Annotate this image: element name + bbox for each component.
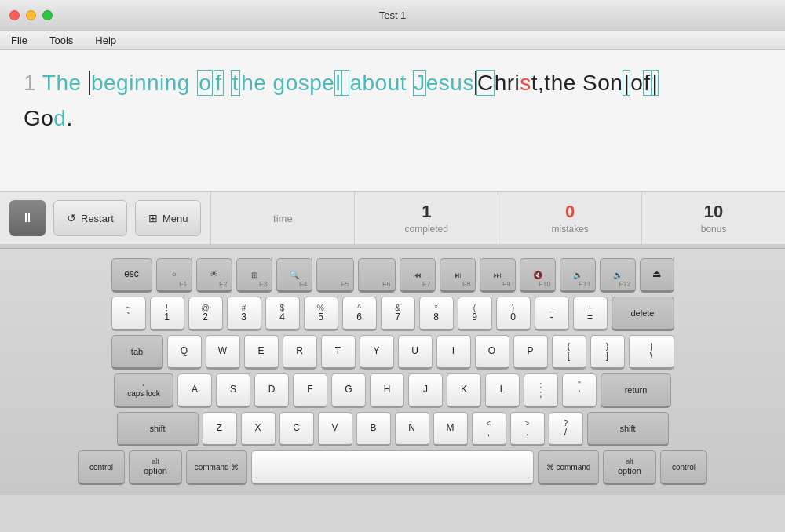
key-f5[interactable]: F5 <box>316 258 354 293</box>
key-f8[interactable]: ⏯ F8 <box>440 258 476 293</box>
key-option-right[interactable]: alt option <box>603 450 656 485</box>
key-6[interactable]: ^6 <box>342 297 377 331</box>
key-eject[interactable]: ⏏ <box>640 258 674 293</box>
key-f9[interactable]: ⏭ F9 <box>480 258 516 293</box>
shift-row: shift Z X C V B N M <, >. ?/ shift <box>8 412 777 446</box>
key-f2[interactable]: ☀ F2 <box>196 258 232 293</box>
key-q[interactable]: Q <box>167 335 202 370</box>
keyboard: esc ☼ F1 ☀ F2 ⊞ F3 🔍 F4 F5 F6 ⏮ F7 ⏯ F8 <box>0 248 785 495</box>
menu-tools[interactable]: Tools <box>45 35 78 46</box>
key-backslash[interactable]: |\ <box>629 335 674 370</box>
key-3[interactable]: #3 <box>227 297 261 331</box>
time-label: time <box>273 213 293 224</box>
key-rbracket[interactable]: }] <box>590 335 625 370</box>
key-4[interactable]: $4 <box>265 297 300 331</box>
key-u[interactable]: U <box>398 335 433 370</box>
key-f10[interactable]: 🔇 F10 <box>520 258 556 293</box>
key-0[interactable]: )0 <box>496 297 531 331</box>
key-f6[interactable]: F6 <box>358 258 396 293</box>
key-lbracket[interactable]: {[ <box>552 335 586 370</box>
window-title: Test 1 <box>379 9 407 21</box>
completed-label: completed <box>405 224 448 235</box>
char-1: 1 <box>24 71 36 95</box>
key-delete[interactable]: delete <box>612 297 674 331</box>
key-shift-left[interactable]: shift <box>117 412 199 446</box>
key-v[interactable]: V <box>318 412 352 446</box>
key-1[interactable]: !1 <box>150 297 184 331</box>
key-slash[interactable]: ?/ <box>549 412 583 446</box>
key-o[interactable]: O <box>475 335 509 370</box>
key-quote[interactable]: "' <box>562 373 597 408</box>
key-f3[interactable]: ⊞ F3 <box>236 258 272 293</box>
key-c[interactable]: C <box>279 412 314 446</box>
key-r[interactable]: R <box>283 335 317 370</box>
key-f12[interactable]: 🔊 F12 <box>600 258 636 293</box>
key-i[interactable]: I <box>436 335 471 370</box>
key-space[interactable] <box>251 450 534 485</box>
key-semicolon[interactable]: :; <box>524 373 558 408</box>
key-tab[interactable]: tab <box>111 335 163 370</box>
key-5[interactable]: %5 <box>304 297 338 331</box>
key-n[interactable]: N <box>395 412 429 446</box>
time-section: time <box>211 192 355 244</box>
key-k[interactable]: K <box>447 373 481 408</box>
maximize-button[interactable] <box>42 10 53 20</box>
stats-bar: ⏸ ↺ Restart ⊞ Menu time 1 completed 0 mi… <box>0 191 785 245</box>
key-capslock[interactable]: • caps lock <box>114 373 173 408</box>
key-period[interactable]: >. <box>510 412 545 446</box>
menu-help[interactable]: Help <box>90 35 121 46</box>
key-control-right[interactable]: control <box>660 450 707 485</box>
key-p[interactable]: P <box>513 335 548 370</box>
key-j[interactable]: J <box>408 373 443 408</box>
key-s[interactable]: S <box>216 373 250 408</box>
key-z[interactable]: Z <box>203 412 237 446</box>
key-2[interactable]: @2 <box>188 297 223 331</box>
key-a[interactable]: A <box>177 373 212 408</box>
bonus-value: 10 <box>704 202 723 222</box>
grid-icon: ⊞ <box>148 212 158 224</box>
close-button[interactable] <box>9 10 20 20</box>
key-comma[interactable]: <, <box>472 412 506 446</box>
key-7[interactable]: &7 <box>381 297 415 331</box>
key-return[interactable]: return <box>601 373 671 408</box>
key-l[interactable]: L <box>485 373 520 408</box>
caps-row: • caps lock A S D F G H J K L :; "' retu… <box>8 373 777 408</box>
key-m[interactable]: M <box>433 412 468 446</box>
key-option-left[interactable]: alt option <box>129 450 182 485</box>
key-f11[interactable]: 🔉 F11 <box>560 258 596 293</box>
pause-button[interactable]: ⏸ <box>9 200 46 236</box>
key-b[interactable]: B <box>356 412 391 446</box>
key-shift-right[interactable]: shift <box>587 412 669 446</box>
key-f4[interactable]: 🔍 F4 <box>276 258 312 293</box>
key-w[interactable]: W <box>206 335 240 370</box>
fn-row: esc ☼ F1 ☀ F2 ⊞ F3 🔍 F4 F5 F6 ⏮ F7 ⏯ F8 <box>8 258 777 293</box>
key-8[interactable]: *8 <box>419 297 454 331</box>
key-command-right[interactable]: ⌘ command <box>538 450 599 485</box>
key-f[interactable]: F <box>293 373 327 408</box>
key-d[interactable]: D <box>254 373 289 408</box>
completed-section: 1 completed <box>355 192 498 244</box>
bottom-row: control alt option command ⌘ ⌘ command a… <box>8 450 777 485</box>
menu-file[interactable]: File <box>6 35 32 46</box>
title-bar: Test 1 <box>0 0 785 31</box>
key-x[interactable]: X <box>241 412 276 446</box>
bonus-section: 10 bonus <box>642 192 785 244</box>
key-minus[interactable]: _- <box>535 297 569 331</box>
key-backtick[interactable]: ~` <box>111 297 146 331</box>
menu-button[interactable]: ⊞ Menu <box>135 200 202 236</box>
key-e[interactable]: E <box>244 335 279 370</box>
key-9[interactable]: (9 <box>458 297 492 331</box>
key-esc[interactable]: esc <box>111 258 152 293</box>
key-equals[interactable]: += <box>573 297 608 331</box>
window-controls <box>9 10 53 20</box>
restart-button[interactable]: ↺ Restart <box>53 200 127 236</box>
key-f1[interactable]: ☼ F1 <box>156 258 192 293</box>
key-f7[interactable]: ⏮ F7 <box>400 258 436 293</box>
minimize-button[interactable] <box>26 10 36 20</box>
key-h[interactable]: H <box>370 373 404 408</box>
key-command-left[interactable]: command ⌘ <box>186 450 247 485</box>
key-g[interactable]: G <box>331 373 366 408</box>
key-control-left[interactable]: control <box>78 450 125 485</box>
key-t[interactable]: T <box>321 335 356 370</box>
key-y[interactable]: Y <box>360 335 394 370</box>
